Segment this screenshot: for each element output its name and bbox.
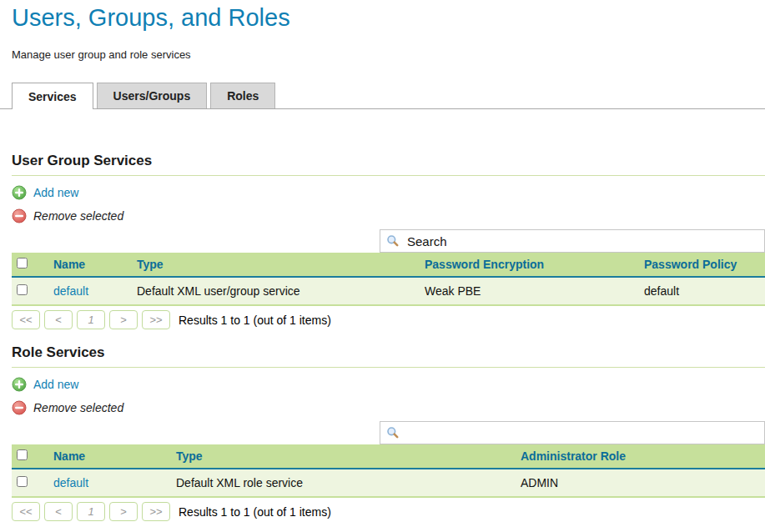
current-page-button[interactable]: 1 [77, 310, 105, 329]
table-header-row: Name Type Administrator Role [12, 444, 765, 469]
table-row: default Default XML user/group service W… [12, 277, 765, 305]
service-name-link[interactable]: default [53, 476, 88, 489]
remove-selected-user-group-service[interactable]: Remove selected [12, 208, 765, 224]
password-policy-cell: default [641, 277, 765, 305]
column-header-type[interactable]: Type [137, 258, 164, 271]
user-group-search-input[interactable] [405, 232, 764, 250]
add-new-link[interactable]: Add new [33, 378, 78, 391]
row-checkbox[interactable] [17, 284, 28, 295]
service-type-cell: Default XML role service [173, 469, 517, 497]
add-new-link[interactable]: Add new [33, 186, 78, 199]
first-page-button[interactable]: << [12, 310, 40, 329]
column-header-password-policy[interactable]: Password Policy [644, 258, 737, 271]
remove-icon[interactable] [12, 400, 27, 415]
user-group-search-box[interactable] [380, 229, 765, 253]
table-row: default Default XML role service ADMIN [12, 469, 765, 497]
role-pagination: << < 1 > >> Results 1 to 1 (out of 1 ite… [12, 502, 765, 521]
column-header-administrator-role[interactable]: Administrator Role [521, 449, 626, 463]
last-page-button[interactable]: >> [142, 502, 170, 521]
tab-roles[interactable]: Roles [210, 83, 275, 108]
select-all-checkbox[interactable] [17, 258, 28, 269]
page-subtitle: Manage user group and role services [12, 48, 765, 61]
remove-icon[interactable] [12, 208, 27, 223]
row-checkbox[interactable] [17, 476, 28, 487]
role-search-row [12, 421, 765, 444]
column-header-type[interactable]: Type [176, 449, 203, 463]
tab-bar: Services Users/Groups Roles [0, 83, 765, 109]
add-icon[interactable] [12, 377, 27, 392]
search-icon [386, 426, 400, 439]
section-role-services: Role Services Add new Remove selected [0, 344, 765, 521]
search-icon [386, 234, 400, 248]
tab-users-groups[interactable]: Users/Groups [97, 83, 208, 108]
first-page-button[interactable]: << [12, 502, 40, 521]
administrator-role-cell: ADMIN [517, 469, 765, 497]
last-page-button[interactable]: >> [142, 310, 170, 329]
results-summary: Results 1 to 1 (out of 1 items) [179, 314, 331, 327]
remove-selected-link[interactable]: Remove selected [33, 209, 123, 223]
tab-services[interactable]: Services [12, 83, 93, 109]
service-name-link[interactable]: default [53, 284, 88, 298]
user-group-pagination: << < 1 > >> Results 1 to 1 (out of 1 ite… [12, 310, 765, 329]
prev-page-button[interactable]: < [44, 502, 73, 521]
add-new-role-service[interactable]: Add new [12, 376, 765, 393]
service-type-cell: Default XML user/group service [133, 277, 421, 305]
page-title: Users, Groups, and Roles [12, 3, 765, 32]
section-user-group-services: User Group Services Add new Remove selec… [0, 153, 765, 329]
role-search-box[interactable] [380, 421, 765, 444]
next-page-button[interactable]: > [109, 310, 138, 329]
role-services-heading: Role Services [12, 344, 765, 368]
user-group-search-row [12, 229, 765, 253]
role-services-table: Name Type Administrator Role default Def… [12, 444, 765, 498]
remove-selected-role-service[interactable]: Remove selected [12, 399, 765, 416]
add-icon[interactable] [12, 185, 27, 200]
table-header-row: Name Type Password Encryption Password P… [12, 253, 765, 277]
next-page-button[interactable]: > [109, 502, 138, 521]
column-header-name[interactable]: Name [53, 449, 85, 463]
column-header-password-encryption[interactable]: Password Encryption [425, 258, 544, 271]
current-page-button[interactable]: 1 [77, 502, 105, 521]
select-all-checkbox[interactable] [17, 449, 28, 460]
password-encryption-cell: Weak PBE [421, 277, 641, 305]
users-groups-roles-page: Users, Groups, and Roles Manage user gro… [0, 3, 765, 521]
prev-page-button[interactable]: < [44, 310, 73, 329]
add-new-user-group-service[interactable]: Add new [12, 184, 765, 201]
remove-selected-link[interactable]: Remove selected [33, 401, 123, 414]
user-group-services-table: Name Type Password Encryption Password P… [12, 253, 765, 306]
role-search-input[interactable] [405, 424, 764, 442]
column-header-name[interactable]: Name [53, 258, 85, 271]
results-summary: Results 1 to 1 (out of 1 items) [179, 505, 331, 519]
user-group-services-heading: User Group Services [12, 153, 765, 176]
